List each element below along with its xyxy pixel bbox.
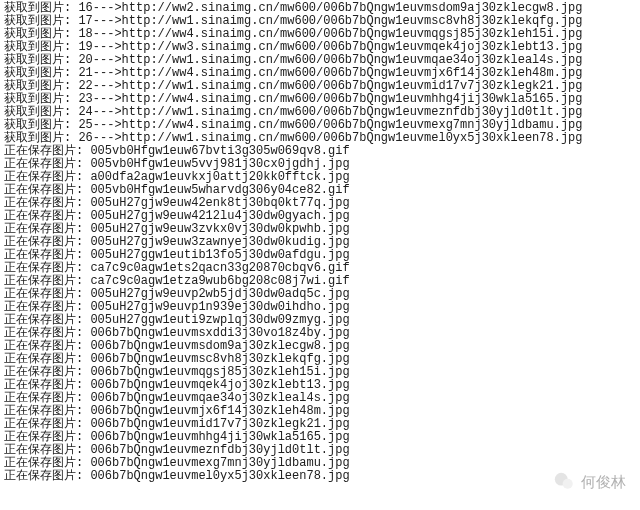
- save-line: 正在保存图片: 006b7bQngw1euvmel0yx5j30xkleen78…: [4, 470, 636, 483]
- console-output: 获取到图片: 16--->http://ww2.sinaimg.cn/mw600…: [0, 0, 640, 485]
